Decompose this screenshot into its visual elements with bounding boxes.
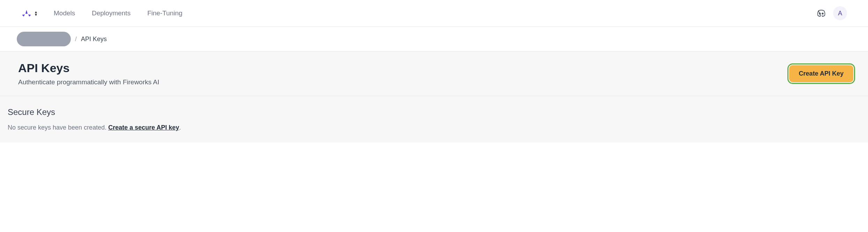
avatar[interactable]: A	[833, 6, 847, 20]
svg-point-0	[819, 13, 821, 14]
breadcrumb-current: API Keys	[81, 36, 107, 43]
page-subtitle: Authenticate programmatically with Firew…	[18, 78, 159, 86]
nav-link-fine-tuning[interactable]: Fine-Tuning	[147, 9, 182, 17]
breadcrumb: / API Keys	[0, 27, 868, 51]
chevron-updown-icon: ▴▾	[35, 10, 37, 16]
fireworks-logo-icon	[21, 9, 32, 17]
create-secure-api-key-link[interactable]: Create a secure API key	[108, 124, 179, 131]
svg-point-1	[822, 13, 823, 14]
breadcrumb-separator: /	[75, 36, 77, 43]
secure-keys-section: Secure Keys No secure keys have been cre…	[0, 96, 868, 142]
nav-left: ▴▾ Models Deployments Fine-Tuning	[21, 9, 182, 17]
empty-prefix: No secure keys have been created.	[8, 124, 108, 131]
main-section: API Keys Authenticate programmatically w…	[0, 51, 868, 142]
secure-keys-empty-text: No secure keys have been created. Create…	[8, 124, 860, 131]
discord-link[interactable]	[816, 9, 826, 17]
empty-period: .	[179, 124, 181, 131]
nav-right: A	[816, 6, 847, 20]
nav-link-deployments[interactable]: Deployments	[92, 9, 130, 17]
page-title: API Keys	[18, 61, 159, 75]
page-header: API Keys Authenticate programmatically w…	[0, 52, 868, 96]
discord-icon	[816, 9, 826, 17]
top-nav: ▴▾ Models Deployments Fine-Tuning A	[0, 0, 868, 27]
title-block: API Keys Authenticate programmatically w…	[18, 61, 159, 86]
secure-keys-heading: Secure Keys	[8, 107, 860, 117]
nav-link-models[interactable]: Models	[54, 9, 75, 17]
breadcrumb-account-redacted[interactable]	[17, 32, 71, 46]
create-api-key-button[interactable]: Create API Key	[789, 65, 853, 82]
logo-dropdown[interactable]: ▴▾	[21, 9, 37, 17]
